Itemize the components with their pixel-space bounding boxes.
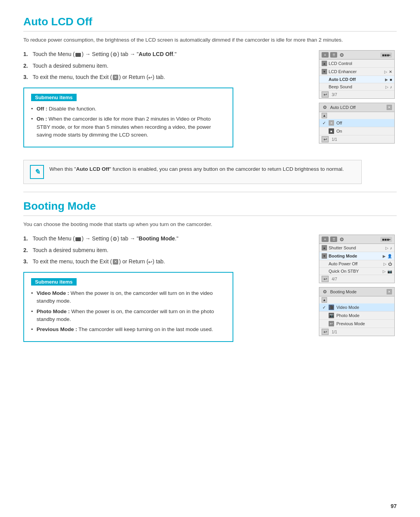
cam-back-btn-2[interactable]: ↩ [322,276,329,282]
cam-battery-2: ■■■▪ [380,237,392,242]
submenu-item-video-mode: Video Mode : When the power is on, the c… [31,289,226,305]
popup-page-num-2: 1/1 [332,330,337,334]
cam-row-beep-sound: Beep Sound ▷ ♪ [319,83,394,91]
booting-mode-section: Booting Mode You can choose the booting … [23,200,397,348]
booting-step-2: 2. Touch a desired submenu item. [23,246,311,254]
cam-popup-header-2: ⚙ Booting Mode ✕ [319,287,394,296]
cam-list-icon-2: ☰ [330,237,337,242]
quick-on-indicator: 📷 [387,269,392,273]
popup-back-btn-2[interactable]: ↩ [322,329,329,335]
auto-lcd-off-title: Auto LCD Off [23,16,397,32]
booting-mode-title: Booting Mode [23,200,397,216]
section-divider [23,192,397,192]
booting-mode-left: 1. Touch the Menu () → Setting (⚙) tab →… [23,235,311,348]
cam-menu-icon-2: ≡ [322,237,329,242]
submenu-item-off: Off : Disable the function. [31,105,226,113]
submenu-item-previous-mode: Previous Mode : The camcorder will keep … [31,326,226,333]
return-icon: ↩ [148,75,152,81]
cam-list-icon: ☰ [330,52,337,58]
beep-indicator: ♪ [390,85,392,89]
menu-icon-2 [75,237,81,241]
auto-lcd-off-note: ✎ When this "Auto LCD Off" function is e… [23,160,362,184]
cam-menu-icon: ≡ [322,52,329,58]
submenu-list: Off : Disable the function. On : When th… [31,105,226,139]
booting-submenu-list: Video Mode : When the power is on, the c… [31,289,226,333]
return-icon-2: ↩ [148,259,152,265]
video-mode-icon: 🎥 [329,305,334,310]
booting-indicator: 👤 [387,254,392,258]
booting-mode-content: 1. Touch the Menu () → Setting (⚙) tab →… [23,235,397,348]
booting-mode-submenu-box: Submenu items Video Mode : When the powe… [23,272,233,342]
exit-icon: ✕ [113,75,118,80]
photo-mode-icon: 📷 [329,313,334,318]
page-number: 97 [390,503,397,509]
step-1: 1. Touch the Menu () → Setting (⚙) tab →… [23,50,311,59]
popup-nav-1: ↩ 1/1 [319,135,394,143]
auto-lcd-off-steps: 1. Touch the Menu () → Setting (⚙) tab →… [23,50,311,81]
popup-up-btn-2[interactable]: ▲ [322,297,327,303]
auto-lcd-off-left: 1. Touch the Menu () → Setting (⚙) tab →… [23,50,311,154]
cam-gear-icon-2: ⚙ [339,236,345,242]
popup-row-on: ■ On [319,127,394,135]
step-3: 3. To exit the menu, touch the Exit (✕) … [23,73,311,81]
step-2: 2. Touch a desired submenu item. [23,62,311,70]
cam-row-shutter: ▲ Shutter Sound ▷ ♪ [319,244,394,252]
booting-mode-steps: 1. Touch the Menu () → Setting (⚙) tab →… [23,235,311,266]
previous-mode-icon: ↩ [329,321,334,326]
cam-nav-2: ↩ 4/7 [319,275,394,283]
auto-lcd-indicator: ■ [390,77,392,82]
popup-close-btn-2[interactable]: ✕ [387,289,392,294]
cam-row-auto-lcd-off: Auto LCD Off ▶ ■ [319,76,394,83]
auto-lcd-off-submenu-box: Submenu items Off : Disable the function… [23,88,233,147]
popup-nav-2: ↩ 1/1 [319,328,394,336]
note-text: When this "Auto LCD Off" function is ena… [49,165,344,174]
on-icon: ■ [329,128,334,134]
cam-back-btn[interactable]: ↩ [322,91,329,98]
cam-row-quick-on: Quick On STBY ▷ 📷 [319,268,394,275]
menu-icon [75,53,81,57]
cam-header-2: ≡ ☰ ⚙ ■■■▪ [319,235,394,244]
cam-menu-screenshot-2: ≡ ☰ ⚙ ■■■▪ ▲ Shutter Sound ▷ ♪ ▼ Booting… [319,235,395,283]
gear-icon-2: ⚙ [112,236,117,242]
down-arrow-icon-2: ▼ [322,253,327,259]
cam-page-num-2: 4/7 [332,277,337,281]
submenu-item-photo-mode: Photo Mode : When the power is on, the c… [31,308,226,324]
popup-row-previous-mode: ↩ Previous Mode [319,320,394,328]
auto-lcd-off-desc: To reduce power consumption, the brightn… [23,36,397,44]
up-arrow-icon: ▲ [322,61,327,66]
shutter-indicator: ♪ [390,246,392,250]
cam-popup-header-1: ⚙ Auto LCD Off ✕ [319,103,394,112]
cam-battery: ■■■▪ [380,53,392,58]
auto-lcd-off-content: 1. Touch the Menu () → Setting (⚙) tab →… [23,50,397,154]
cam-popup-screenshot-1: ⚙ Auto LCD Off ✕ ▲ ✓ ✕ Off ■ On [319,103,395,144]
auto-power-indicator: ⏻ [388,262,392,266]
down-arrow-icon: ▼ [322,69,327,74]
popup-gear-icon: ⚙ [322,104,328,110]
auto-lcd-off-screenshots: ≡ ☰ ⚙ ■■■▪ ▲ LCD Control ▼ LCD Enhancer … [319,50,397,144]
cam-popup-screenshot-2: ⚙ Booting Mode ✕ ▲ ✓ 🎥 Video Mode 📷 Phot… [319,287,395,336]
booting-mode-desc: You can choose the booting mode that sta… [23,221,397,228]
popup-back-btn[interactable]: ↩ [322,136,329,142]
submenu-item-on: On : When the camcorder is idle for more… [31,115,226,139]
cam-page-num: 3/7 [332,93,337,97]
popup-row-off: ✓ ✕ Off [319,119,394,127]
auto-lcd-off-section: Auto LCD Off To reduce power consumption… [23,16,397,184]
booting-step-3: 3. To exit the menu, touch the Exit (✕) … [23,258,311,266]
cam-gear-icon: ⚙ [339,52,345,58]
booting-step-1: 1. Touch the Menu () → Setting (⚙) tab →… [23,235,311,243]
exit-icon-2: ✕ [113,259,118,265]
popup-row-photo-mode: 📷 Photo Mode [319,312,394,320]
cam-row-booting-mode: ▼ Booting Mode ▶ 👤 [319,252,394,260]
popup-up-btn[interactable]: ▲ [322,113,327,118]
submenu-title: Submenu items [31,94,77,101]
popup-row-video-mode: ✓ 🎥 Video Mode [319,303,394,312]
gear-icon: ⚙ [112,51,117,58]
popup-close-btn[interactable]: ✕ [387,105,392,110]
note-icon: ✎ [30,165,44,179]
booting-submenu-title: Submenu items [31,278,77,286]
cam-menu-screenshot-1: ≡ ☰ ⚙ ■■■▪ ▲ LCD Control ▼ LCD Enhancer … [319,50,395,99]
booting-mode-screenshots: ≡ ☰ ⚙ ■■■▪ ▲ Shutter Sound ▷ ♪ ▼ Booting… [319,235,397,336]
cam-row-lcd-enhancer: ▼ LCD Enhancer ▷ ✕ [319,68,394,76]
popup-gear-icon-2: ⚙ [322,289,328,295]
cam-row-auto-power-off: Auto Power Off ▷ ⏻ [319,260,394,268]
